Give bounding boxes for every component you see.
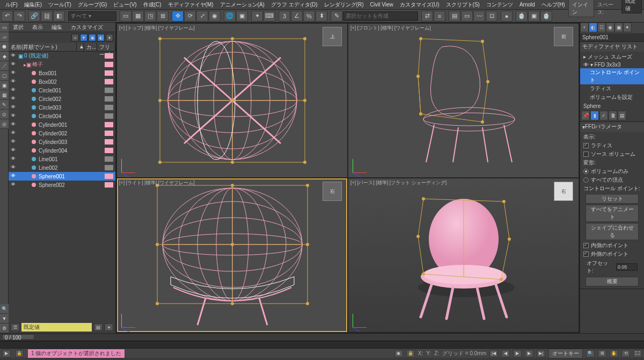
- eye-icon[interactable]: 👁: [10, 130, 16, 136]
- filter-config-icon[interactable]: ▾: [106, 34, 113, 41]
- vp-label[interactable]: [+] [ライト] [標準] [ワイヤフレーム]: [119, 179, 195, 186]
- curve-editor-button[interactable]: 〰: [473, 11, 485, 21]
- toggle-ribbon-button[interactable]: ▭: [461, 11, 473, 21]
- tree-item[interactable]: 👁Cylinder002: [9, 129, 115, 138]
- viewcube[interactable]: 上: [323, 27, 342, 46]
- selection-filter-dropdown[interactable]: すべて ▾: [68, 11, 116, 21]
- rotate-button[interactable]: ⟳: [184, 11, 196, 21]
- eye-icon[interactable]: 👁: [10, 164, 16, 171]
- stack-remove-icon[interactable]: 🗑: [609, 111, 617, 120]
- signin-button[interactable]: 👤 サインイン: [568, 0, 594, 17]
- stack-config-icon[interactable]: ▤: [618, 111, 626, 120]
- modifier-list-dropdown[interactable]: モディファイヤ リスト: [580, 42, 644, 52]
- color-swatch[interactable]: [105, 174, 113, 179]
- move-button[interactable]: ✥: [172, 11, 184, 21]
- lt-border-icon[interactable]: ▢: [0, 71, 9, 81]
- sp-foot-field[interactable]: 既定値: [21, 323, 92, 332]
- color-swatch[interactable]: [105, 105, 113, 110]
- stack-pin-icon[interactable]: 📌: [581, 111, 590, 120]
- lt-edge-icon[interactable]: ／: [0, 61, 9, 71]
- render-button[interactable]: 🍵: [540, 11, 552, 21]
- modifier-stack-item[interactable]: ラティス: [580, 84, 644, 93]
- layer-button[interactable]: ▤: [449, 11, 460, 21]
- animate-all-button[interactable]: すべてをアニメート: [586, 205, 639, 222]
- color-swatch[interactable]: [105, 122, 113, 127]
- manipulate-button[interactable]: ✦: [251, 11, 263, 21]
- workspace-dropdown[interactable]: 既定値: [621, 0, 642, 13]
- tree-item[interactable]: 👁Circle003: [9, 103, 115, 112]
- vp-label[interactable]: [+] [フロント] [標準] [ワイヤフレーム]: [350, 25, 431, 32]
- time-ruler[interactable]: [0, 341, 644, 348]
- lt-modify-icon[interactable]: ✎: [0, 100, 9, 110]
- link-button[interactable]: 🔗: [28, 11, 40, 21]
- mirror-button[interactable]: ⇄: [421, 11, 433, 21]
- color-swatch[interactable]: [105, 79, 113, 84]
- play-end-icon[interactable]: ▶|: [537, 350, 545, 357]
- lt-freeform-icon[interactable]: ▱: [0, 32, 9, 42]
- menu-animation[interactable]: アニメーション(A): [217, 0, 268, 10]
- lt-filter-icon[interactable]: ▼: [0, 314, 9, 323]
- eye-icon[interactable]: 👁: [10, 156, 16, 162]
- lt-face-icon[interactable]: ▣: [0, 81, 9, 90]
- menu-help[interactable]: ヘルプ(H): [538, 0, 568, 10]
- vp-label[interactable]: [+] [トップ] [標準] [ワイヤフレーム]: [119, 25, 195, 32]
- fit-shape-button[interactable]: シェイプに合わせる: [586, 223, 639, 240]
- lt-config-icon[interactable]: ⚙: [0, 323, 9, 333]
- sp-foot-btn2[interactable]: ▤: [94, 323, 103, 331]
- col-sort[interactable]: ▲: [77, 43, 84, 51]
- time-slider-handle[interactable]: 0 / 100: [2, 334, 34, 340]
- place-button[interactable]: ◉: [209, 11, 221, 21]
- nav-orbit-icon[interactable]: ⟲: [621, 350, 630, 357]
- bind-button[interactable]: ◧: [53, 11, 65, 21]
- ref-coord-button[interactable]: 🌐: [224, 11, 236, 21]
- color-swatch[interactable]: [105, 113, 113, 119]
- tree-item[interactable]: 👁Box001: [9, 69, 115, 77]
- viewport-perspective[interactable]: [+] [パース] [標準] [フラット シェーディング] 右: [348, 178, 579, 332]
- tree-root[interactable]: 👁 ▣ 0 (既定値): [9, 52, 115, 60]
- schematic-button[interactable]: ⊡: [486, 11, 497, 21]
- tree-group[interactable]: 👁 ▸▣ 椅子: [9, 60, 115, 69]
- color-swatch[interactable]: [105, 62, 113, 67]
- eye-icon[interactable]: 👁: [10, 78, 16, 85]
- color-swatch[interactable]: [105, 165, 113, 170]
- tab-create-icon[interactable]: +: [580, 23, 589, 32]
- tree-item[interactable]: 👁Circle002: [9, 95, 115, 103]
- lt-loop-icon[interactable]: ⊙: [0, 110, 9, 119]
- material-button[interactable]: ●: [501, 11, 513, 21]
- menu-tools[interactable]: ツール(T): [45, 0, 75, 10]
- modifier-stack-item[interactable]: 👁 ▾ FFD 3x3x3: [580, 61, 644, 68]
- lt-select-icon[interactable]: ▭: [0, 23, 9, 32]
- menu-view[interactable]: ビュー(V): [110, 0, 140, 10]
- play-next-icon[interactable]: ▶: [525, 350, 533, 357]
- viewport-top[interactable]: [+] [トップ] [標準] [ワイヤフレーム] 上: [117, 24, 347, 177]
- modifier-stack-item[interactable]: コントロール ポイント: [580, 68, 644, 84]
- tab-display-icon[interactable]: ▣: [614, 23, 623, 32]
- lt-ring-icon[interactable]: ◎: [0, 119, 9, 129]
- color-swatch[interactable]: [105, 88, 113, 93]
- outside-checkbox[interactable]: 外側のポイント: [583, 250, 641, 258]
- tree-item[interactable]: 👁Line002: [9, 163, 115, 172]
- edit-set-button[interactable]: ✎: [331, 11, 342, 21]
- viewport-front[interactable]: [+] [フロント] [標準] [ワイヤフレーム] 前: [348, 24, 579, 177]
- tree-item[interactable]: 👁Line001: [9, 155, 115, 163]
- play-prev-icon[interactable]: ◀: [501, 350, 510, 357]
- select-name-button[interactable]: ▦: [132, 11, 144, 21]
- viewcube[interactable]: 右: [554, 182, 573, 201]
- eye-icon[interactable]: 👁: [10, 104, 16, 111]
- snap-button[interactable]: 3: [279, 11, 290, 21]
- color-swatch[interactable]: [105, 53, 113, 59]
- tab-modify-icon[interactable]: ◐: [589, 23, 597, 32]
- pivot-button[interactable]: ▣: [236, 11, 248, 21]
- filter-eye-icon[interactable]: ◉: [89, 34, 96, 41]
- col-freeze[interactable]: フリーズ: [97, 43, 115, 51]
- viewcube[interactable]: 前: [554, 27, 573, 46]
- offset-spinner[interactable]: [616, 263, 638, 271]
- lt-poly-icon[interactable]: ◆: [0, 52, 9, 61]
- filter-funnel-icon[interactable]: ▼: [80, 34, 87, 41]
- color-swatch[interactable]: [105, 148, 113, 153]
- inside-checkbox[interactable]: 内側のポイント: [583, 241, 641, 250]
- color-swatch[interactable]: [105, 182, 113, 188]
- nav-zoomall-icon[interactable]: ⊞: [598, 350, 606, 357]
- outline-button[interactable]: 概要: [586, 277, 639, 286]
- viewport-left[interactable]: [+] [ライト] [標準] [ワイヤフレーム] 右: [117, 178, 347, 332]
